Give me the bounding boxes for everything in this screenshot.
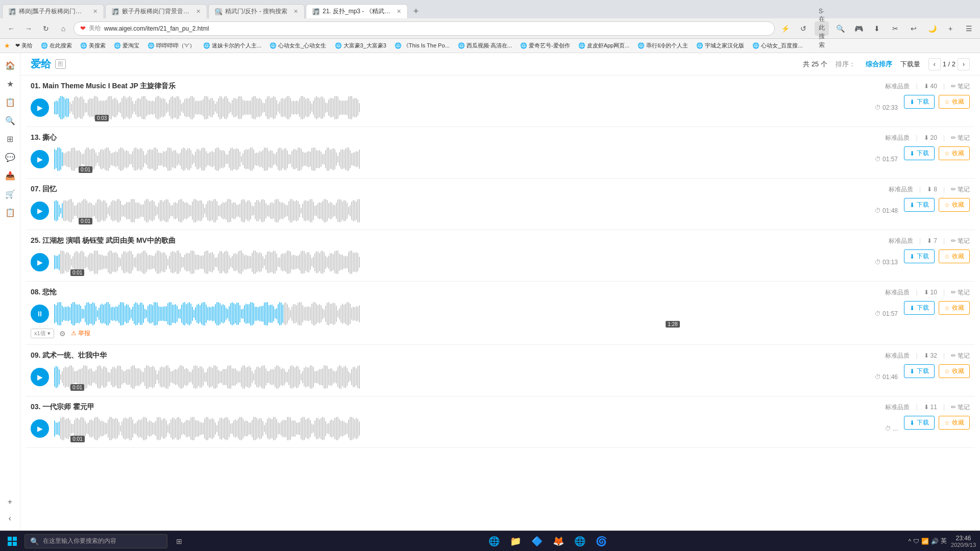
back-button[interactable]: ←: [4, 21, 18, 36]
sort-option-downloads[interactable]: 下载量: [900, 60, 920, 69]
waveform-container-track3[interactable]: 0:01: [54, 198, 870, 223]
tray-chevron-icon[interactable]: ^: [908, 538, 911, 545]
toolbar-game-icon[interactable]: 🎮: [851, 21, 866, 36]
bookmark-6[interactable]: 🌐大富豪3_大富豪3: [332, 41, 389, 51]
tab-close-2[interactable]: ✕: [196, 8, 201, 15]
tab-close-1[interactable]: ✕: [93, 8, 97, 15]
track-notes-track1[interactable]: ✏ 笔记: [951, 82, 970, 91]
track-notes-track7[interactable]: ✏ 笔记: [951, 403, 970, 412]
bookmark-search[interactable]: 🌐在此搜索: [38, 41, 75, 51]
collect-button-track5[interactable]: ☆ 收藏: [939, 301, 970, 315]
settings-icon-track5[interactable]: ⚙: [59, 330, 66, 338]
bookmark-3[interactable]: 🌐哔哔哔哔（'▿'）: [144, 41, 198, 51]
taskbar-app-4[interactable]: 🦊: [549, 532, 568, 550]
collect-button-track3[interactable]: ☆ 收藏: [939, 198, 970, 212]
taskbar-view-icon[interactable]: ⊞: [172, 534, 187, 549]
waveform[interactable]: [54, 416, 880, 441]
sidebar-cart-icon[interactable]: 🛒: [2, 186, 18, 202]
bookmark-4[interactable]: 🌐迷妹卡尔的个人主...: [200, 41, 264, 51]
toolbar-search-icon[interactable]: 🔍: [833, 21, 847, 36]
waveform[interactable]: [54, 249, 870, 275]
waveform-container-track2[interactable]: 0:01: [54, 146, 870, 172]
waveform[interactable]: [54, 146, 870, 172]
bookmark-12[interactable]: 🌐宇城之家汉化版: [693, 41, 747, 51]
tab-4[interactable]: 🎵 21. 反扑_mp3 - 《精武门》原声... ✕: [306, 4, 408, 18]
play-button-track6[interactable]: ▶: [31, 368, 49, 386]
taskbar-app-5[interactable]: 🌐: [571, 532, 589, 550]
start-button[interactable]: [4, 533, 20, 549]
extensions-button[interactable]: ⚡: [778, 21, 792, 36]
sort-option-comprehensive[interactable]: 综合排序: [866, 60, 892, 69]
bookmark-5[interactable]: 🌐心动女生_心动女生: [266, 41, 329, 51]
toolbar-menu-icon[interactable]: ☰: [962, 21, 976, 36]
speed-button-track5[interactable]: x1倍 ▾: [31, 329, 54, 338]
waveform[interactable]: [54, 301, 870, 327]
sidebar-home-icon[interactable]: 🏠: [2, 57, 18, 73]
waveform-container-track5[interactable]: 1:28: [54, 301, 870, 327]
waveform[interactable]: [54, 95, 870, 120]
sidebar-collapse-icon[interactable]: ‹: [2, 510, 18, 527]
tab-3[interactable]: 🔍 精武门/反扑 - 搜狗搜索 ✕: [208, 4, 305, 18]
play-button-track5[interactable]: ⏸: [31, 305, 49, 323]
track-notes-track5[interactable]: ✏ 笔记: [951, 288, 970, 297]
tab-2[interactable]: 🎵 籔子丹板稀岗门背景音乐_精武门吧 ✕: [105, 4, 207, 18]
play-button-track1[interactable]: ▶: [31, 98, 49, 117]
collect-button-track1[interactable]: ☆ 收藏: [939, 95, 970, 109]
download-button-track6[interactable]: ⬇ 下载: [904, 364, 935, 378]
waveform[interactable]: [54, 198, 870, 223]
search-engine-selector[interactable]: S· 在此搜索: [815, 21, 829, 36]
waveform-container-track4[interactable]: 0:01: [54, 249, 870, 275]
next-page-button[interactable]: ›: [958, 58, 970, 70]
track-notes-track4[interactable]: ✏ 笔记: [951, 237, 970, 245]
taskbar-app-1[interactable]: 🌐: [485, 532, 503, 550]
collect-button-track2[interactable]: ☆ 收藏: [939, 146, 970, 160]
new-tab-button[interactable]: +: [409, 4, 423, 18]
toolbar-download-icon[interactable]: ⬇: [870, 21, 884, 36]
waveform-container-track7[interactable]: 0:01: [54, 416, 880, 441]
prev-page-button[interactable]: ‹: [928, 58, 941, 70]
collect-button-track7[interactable]: ☆ 收藏: [939, 416, 970, 430]
forward-button[interactable]: →: [21, 21, 36, 36]
play-button-track4[interactable]: ▶: [31, 253, 49, 271]
waveform-container-track6[interactable]: 0:01: [54, 364, 870, 390]
sidebar-add-icon[interactable]: +: [2, 494, 18, 510]
waveform-container-track1[interactable]: 0:03: [54, 95, 870, 120]
track-notes-track6[interactable]: ✏ 笔记: [951, 352, 970, 360]
refresh-right-button[interactable]: ↺: [796, 21, 811, 36]
bookmark-7[interactable]: 🌐《This Is The Po...: [391, 41, 453, 51]
taskbar-search-box[interactable]: 🔍 在这里输入你要搜索的内容: [24, 534, 167, 548]
collect-button-track4[interactable]: ☆ 收藏: [939, 249, 970, 263]
tab-1[interactable]: 🎵 稀岗|瓢子丹板稀岗门背景音乐_稀岗门吧 ✕: [2, 4, 104, 18]
bookmark-2[interactable]: 🌐爱淘宝: [111, 41, 142, 51]
address-box[interactable]: ❤ 美给 www.aigei.com/item/21_fan_pu_2.html: [74, 21, 775, 36]
toolbar-theme-icon[interactable]: 🌙: [925, 21, 939, 36]
sidebar-search-icon[interactable]: 🔍: [2, 112, 18, 129]
download-button-track2[interactable]: ⬇ 下载: [904, 146, 935, 160]
taskbar-app-6[interactable]: 🌀: [592, 532, 610, 550]
download-button-track5[interactable]: ⬇ 下载: [904, 301, 935, 315]
waveform[interactable]: [54, 364, 870, 390]
track-notes-track3[interactable]: ✏ 笔记: [951, 185, 970, 194]
sidebar-list-icon[interactable]: 📋: [2, 204, 18, 220]
download-button-track3[interactable]: ⬇ 下载: [904, 198, 935, 212]
download-button-track7[interactable]: ⬇ 下载: [904, 416, 935, 430]
bookmark-9[interactable]: 🌐爱奇艺号-爱创作: [517, 41, 573, 51]
collect-button-track6[interactable]: ☆ 收藏: [939, 364, 970, 378]
warning-button-track5[interactable]: ⚠ 举报: [71, 329, 90, 338]
tab-close-3[interactable]: ✕: [293, 8, 298, 15]
play-button-track3[interactable]: ▶: [31, 202, 49, 220]
tab-close-4[interactable]: ✕: [397, 8, 401, 15]
toolbar-plus-icon[interactable]: +: [943, 21, 958, 36]
play-button-track2[interactable]: ▶: [31, 150, 49, 168]
sidebar-history-icon[interactable]: 📋: [2, 94, 18, 110]
refresh-button[interactable]: ↻: [39, 21, 53, 36]
home-button[interactable]: ⌂: [56, 21, 70, 36]
sidebar-chat-icon[interactable]: 💬: [2, 149, 18, 165]
sidebar-inbox-icon[interactable]: 📥: [2, 167, 18, 184]
download-button-track4[interactable]: ⬇ 下载: [904, 249, 935, 263]
taskbar-app-2[interactable]: 📁: [506, 532, 525, 550]
bookmark-11[interactable]: 🌐乖行li冷的个人主: [634, 41, 691, 51]
play-button-track7[interactable]: ▶: [31, 419, 49, 438]
taskbar-app-3[interactable]: 🔷: [528, 532, 546, 550]
track-notes-track2[interactable]: ✏ 笔记: [951, 134, 970, 142]
